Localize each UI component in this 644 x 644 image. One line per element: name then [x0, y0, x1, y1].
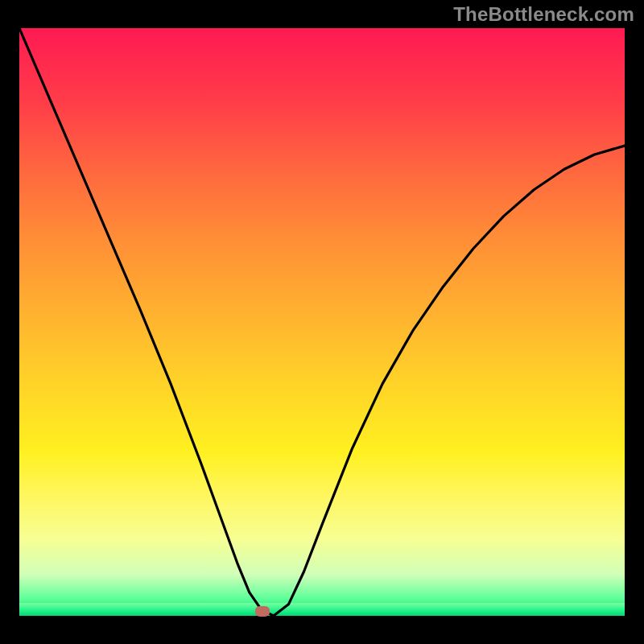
- watermark-label: TheBottleneck.com: [453, 3, 634, 26]
- operating-point-marker: [255, 606, 270, 617]
- chart-frame: TheBottleneck.com: [0, 0, 644, 644]
- gradient-plot-area: [19, 28, 625, 616]
- optimal-zone-band: [19, 603, 625, 616]
